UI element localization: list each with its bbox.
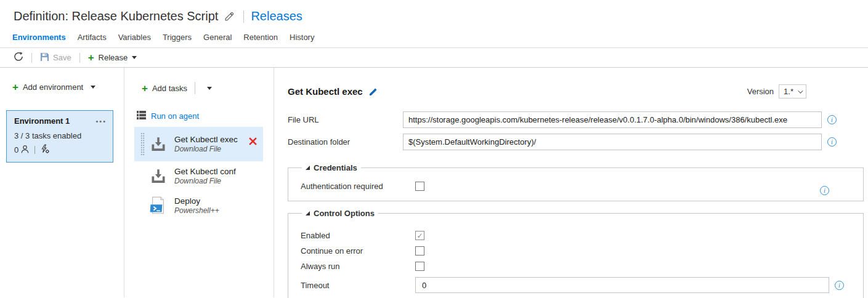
toolbar-divider	[79, 53, 80, 63]
plus-icon: +	[88, 52, 94, 63]
task-item-deploy[interactable]: Deploy Powershell++	[134, 191, 263, 220]
drag-handle[interactable]	[140, 132, 145, 156]
download-file-icon	[150, 136, 166, 153]
authentication-required-label: Authentication required	[301, 182, 415, 191]
definition-tabs: Environments Artifacts Variables Trigger…	[0, 28, 868, 48]
tab-variables[interactable]: Variables	[118, 33, 151, 42]
info-icon[interactable]	[820, 186, 829, 195]
task-subtitle: Download File	[174, 177, 236, 185]
credentials-section-title: Credentials	[314, 163, 357, 172]
refresh-button[interactable]	[14, 52, 23, 63]
tab-retention[interactable]: Retention	[243, 33, 278, 42]
add-tasks-label: Add tasks	[152, 84, 187, 93]
task-title: Get Kubectl exec	[174, 135, 238, 144]
environment-name: Environment 1	[14, 116, 70, 126]
approvals-count: 0	[14, 145, 18, 155]
tab-general[interactable]: General	[203, 33, 232, 42]
task-list: Get Kubectl exec Download File Get Kubec…	[124, 127, 274, 220]
agent-icon	[137, 111, 146, 121]
collapse-triangle-icon	[306, 211, 310, 215]
always-run-checkbox[interactable]	[415, 262, 424, 271]
release-label: Release	[99, 53, 128, 62]
add-environment-label: Add environment	[23, 83, 83, 92]
save-button[interactable]: Save	[40, 52, 71, 63]
tab-artifacts[interactable]: Artifacts	[78, 33, 107, 42]
download-file-icon	[150, 168, 166, 185]
enabled-checkbox[interactable]	[415, 231, 424, 240]
more-options-icon[interactable]: •••	[95, 119, 107, 123]
chevron-down-icon[interactable]	[207, 87, 212, 90]
add-environment-button[interactable]: + Add environment	[12, 82, 124, 92]
title-divider	[243, 10, 244, 23]
trigger-settings-icon[interactable]	[40, 144, 50, 156]
page-title: Definition: Release Kubernetes Script	[14, 9, 218, 23]
info-icon[interactable]	[835, 281, 844, 290]
task-details-title: Get Kubectl exec	[288, 86, 363, 97]
powershell-icon	[150, 198, 166, 214]
tab-environments[interactable]: Environments	[12, 33, 66, 42]
page-header: Definition: Release Kubernetes Script Re…	[0, 0, 868, 28]
remove-task-icon[interactable]	[249, 137, 257, 145]
run-on-agent-label: Run on agent	[151, 111, 199, 121]
person-icon[interactable]	[20, 145, 30, 156]
toolbar: Save + Release	[0, 48, 868, 68]
version-select[interactable]: 1.*	[779, 84, 806, 99]
run-on-agent-group[interactable]: Run on agent	[137, 111, 274, 121]
task-subtitle: Download File	[174, 145, 238, 153]
task-item-get-kubectl-conf[interactable]: Get Kubectl conf Download File	[134, 161, 263, 191]
chevron-down-icon	[132, 56, 137, 59]
enabled-label: Enabled	[301, 231, 415, 240]
file-url-input[interactable]	[403, 111, 822, 128]
task-subtitle: Powershell++	[174, 206, 219, 215]
plus-icon: +	[12, 82, 18, 92]
credentials-section: Credentials Authentication required	[288, 163, 864, 201]
edit-title-pencil-icon[interactable]	[224, 11, 235, 22]
add-tasks-button[interactable]: + Add tasks	[142, 82, 274, 94]
collapse-triangle-icon	[306, 166, 310, 170]
info-icon[interactable]	[827, 115, 837, 124]
tab-triggers[interactable]: Triggers	[163, 33, 192, 42]
toolbar-divider	[31, 53, 32, 63]
always-run-label: Always run	[301, 262, 415, 271]
file-url-label: File URL	[288, 115, 403, 124]
save-label: Save	[53, 53, 71, 62]
version-group: Version 1.*	[747, 84, 806, 99]
refresh-icon	[14, 52, 23, 63]
version-value: 1.*	[784, 87, 793, 96]
continue-on-error-label: Continue on error	[301, 246, 415, 256]
tab-history[interactable]: History	[290, 33, 314, 42]
continue-on-error-checkbox[interactable]	[415, 246, 424, 256]
releases-link[interactable]: Releases	[251, 9, 302, 23]
timeout-label: Timeout	[301, 281, 415, 290]
task-title: Deploy	[174, 196, 219, 206]
tasks-panel: + Add tasks Run on agent Get Kubectl exe…	[124, 68, 274, 297]
save-icon	[40, 52, 49, 63]
rename-task-pencil-icon[interactable]	[368, 87, 378, 97]
environment-tasks-status: 3 / 3 tasks enabled	[14, 131, 107, 140]
task-details-panel: Get Kubectl exec Version 1.* File URL De…	[274, 68, 868, 297]
icon-divider	[34, 146, 35, 154]
main-content: + Add environment Environment 1 ••• 3 / …	[0, 68, 868, 297]
timeout-input[interactable]	[415, 277, 829, 293]
authentication-required-checkbox[interactable]	[415, 182, 424, 191]
control-options-section: Control Options Enabled Continue on erro…	[288, 209, 864, 298]
control-options-section-header[interactable]: Control Options	[302, 209, 378, 218]
control-options-section-title: Control Options	[314, 209, 375, 218]
destination-folder-input[interactable]	[403, 134, 822, 150]
destination-folder-label: Destination folder	[288, 137, 403, 147]
chevron-down-icon	[798, 88, 803, 93]
button-divider	[195, 82, 195, 94]
version-label: Version	[747, 87, 774, 96]
chevron-down-icon	[91, 86, 95, 89]
credentials-section-header[interactable]: Credentials	[302, 163, 361, 172]
create-release-button[interactable]: + Release	[88, 52, 137, 63]
task-item-get-kubectl-exec[interactable]: Get Kubectl exec Download File	[134, 127, 263, 161]
info-icon[interactable]	[827, 137, 837, 147]
environment-card[interactable]: Environment 1 ••• 3 / 3 tasks enabled 0	[6, 110, 113, 163]
environments-panel: + Add environment Environment 1 ••• 3 / …	[0, 68, 124, 297]
plus-icon: +	[142, 83, 148, 94]
task-title: Get Kubectl conf	[174, 167, 236, 176]
